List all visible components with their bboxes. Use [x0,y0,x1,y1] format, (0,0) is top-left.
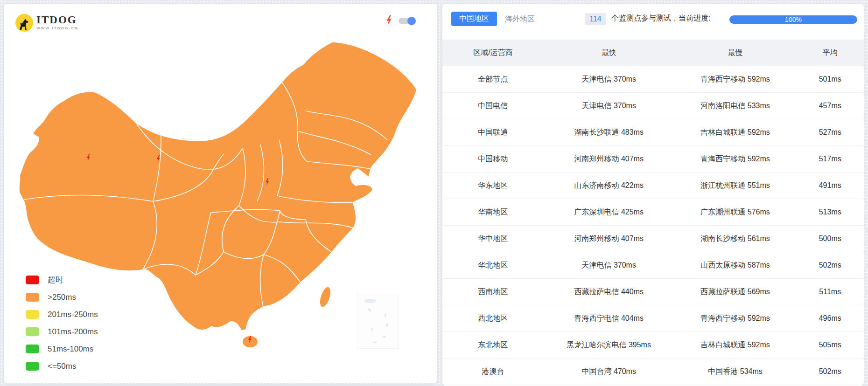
cell-slowest: 青海西宁移动 592ms [674,75,797,84]
cell-slowest: 山西太原移动 587ms [674,261,797,270]
monitor-text: 个监测点参与测试，当前进度: [611,14,710,23]
cell-fastest: 西藏拉萨电信 440ms [544,287,674,297]
cell-average: 517ms [797,155,864,163]
cell-slowest: 广东潮州联通 576ms [674,207,797,217]
legend-item: 101ms-200ms [26,323,98,340]
table-row: 中国电信天津电信 370ms河南洛阳电信 533ms457ms [442,93,864,119]
legend-item: >250ms [26,289,98,306]
logo-title: ITDOG [36,15,78,25]
cell-fastest: 青海西宁电信 404ms [544,314,674,324]
cell-average: 513ms [797,208,864,216]
cell-fastest: 河南郑州移动 407ms [544,234,674,244]
cell-region: 中国移动 [442,154,544,164]
cell-region: 西南地区 [442,287,544,297]
legend-swatch [26,345,39,353]
cell-region: 华北地区 [442,261,544,270]
cell-average: 505ms [797,341,864,349]
legend-item: 51ms-100ms [26,340,98,358]
legend-label: 101ms-200ms [48,327,98,337]
column-header-fastest: 最快 [544,48,674,58]
cell-average: 491ms [797,181,864,190]
legend-item: 201ms-250ms [26,306,98,323]
cell-slowest: 青海西宁移动 592ms [674,314,797,324]
results-header: 中国地区 海外地区 114 个监测点参与测试，当前进度: 100% [442,4,864,40]
cell-slowest: 中国香港 534ms [674,367,797,377]
tab-overseas-region[interactable]: 海外地区 [505,12,535,26]
cell-region: 中国联通 [442,128,544,138]
cell-slowest: 西藏拉萨联通 569ms [674,287,797,297]
table-row: 东北地区黑龙江哈尔滨电信 395ms吉林白城联通 592ms505ms [442,332,864,358]
legend-swatch [26,276,39,284]
cell-slowest: 吉林白城联通 592ms [674,340,797,350]
cell-fastest: 天津电信 370ms [544,261,674,270]
cell-slowest: 湖南长沙移动 561ms [674,234,797,244]
cell-average: 511ms [797,288,864,296]
cell-fastest: 天津电信 370ms [544,101,674,111]
cell-fastest: 广东深圳电信 425ms [544,207,674,217]
cell-fastest: 黑龙江哈尔滨电信 395ms [544,340,674,350]
legend-swatch [26,310,39,319]
lightning-icon [385,15,393,27]
cell-average: 527ms [797,128,864,137]
results-panel: 中国地区 海外地区 114 个监测点参与测试，当前进度: 100% 区域/运营商… [442,4,864,386]
legend-swatch [26,362,39,371]
results-table: 区域/运营商最快最慢平均 全部节点天津电信 370ms青海西宁移动 592ms5… [442,40,864,385]
cell-region: 华中地区 [442,234,544,244]
table-row: 华南地区广东深圳电信 425ms广东潮州联通 576ms513ms [442,199,864,226]
legend-item: 超时 [26,271,98,289]
table-row: 中国移动河南郑州移动 407ms青海西宁移动 592ms517ms [442,146,864,172]
table-row: 全部节点天津电信 370ms青海西宁移动 592ms501ms [442,66,864,93]
legend-label: 51ms-100ms [48,345,93,354]
legend-swatch [26,327,39,336]
column-header-slowest: 最慢 [674,48,797,58]
monitor-count-badge: 114 [585,13,606,25]
cell-fastest: 山东济南移动 422ms [544,181,674,191]
itdog-logo[interactable]: ITDOG WWW.ITDOG.CN [15,14,78,32]
cell-slowest: 河南洛阳电信 533ms [674,101,797,111]
legend-item: <=50ms [26,358,98,375]
cell-fastest: 河南郑州移动 407ms [544,154,674,164]
cell-region: 西北地区 [442,314,544,324]
table-header-row: 区域/运营商最快最慢平均 [442,40,864,66]
cell-region: 华南地区 [442,207,544,217]
logo-subtitle: WWW.ITDOG.CN [36,26,78,30]
table-row: 中国联通湖南长沙联通 483ms吉林白城联通 592ms527ms [442,119,864,146]
cell-average: 457ms [797,102,864,110]
cell-fastest: 湖南长沙联通 483ms [544,128,674,138]
latency-legend: 超时>250ms201ms-250ms101ms-200ms51ms-100ms… [26,271,98,375]
dog-logo-icon [15,14,33,32]
cell-region: 全部节点 [442,75,544,84]
table-row: 西南地区西藏拉萨电信 440ms西藏拉萨联通 569ms511ms [442,279,864,305]
fast-mode-toggle[interactable] [399,18,415,24]
toggle-knob [407,17,416,25]
column-header-average: 平均 [797,48,864,58]
legend-swatch [26,293,39,302]
map-panel: ITDOG WWW.ITDOG.CN [4,4,437,383]
cell-slowest: 浙江杭州联通 551ms [674,181,797,191]
table-row: 华中地区河南郑州移动 407ms湖南长沙移动 561ms500ms [442,226,864,252]
cell-slowest: 吉林白城联通 592ms [674,128,797,138]
legend-label: 201ms-250ms [48,310,98,319]
cell-fastest: 中国台湾 470ms [544,367,674,377]
legend-label: >250ms [48,293,76,302]
cell-fastest: 天津电信 370ms [544,75,674,84]
south-china-sea-inset [357,293,399,349]
cell-average: 502ms [797,367,864,376]
table-row: 港澳台中国台湾 470ms中国香港 534ms502ms [442,358,864,385]
cell-region: 中国电信 [442,101,544,111]
progress-bar: 100% [729,15,857,24]
cell-average: 500ms [797,234,864,243]
table-row: 华东地区山东济南移动 422ms浙江杭州联通 551ms491ms [442,172,864,199]
cell-average: 496ms [797,314,864,323]
cell-average: 502ms [797,261,864,269]
table-row: 华北地区天津电信 370ms山西太原移动 587ms502ms [442,252,864,279]
legend-label: <=50ms [48,362,76,371]
table-row: 西北地区青海西宁电信 404ms青海西宁移动 592ms496ms [442,305,864,332]
cell-region: 东北地区 [442,340,544,350]
tab-china-region[interactable]: 中国地区 [451,12,497,26]
legend-label: 超时 [48,275,63,285]
column-header-region: 区域/运营商 [442,48,544,58]
cell-average: 501ms [797,75,864,83]
cell-region: 港澳台 [442,367,544,377]
cell-region: 华东地区 [442,181,544,191]
